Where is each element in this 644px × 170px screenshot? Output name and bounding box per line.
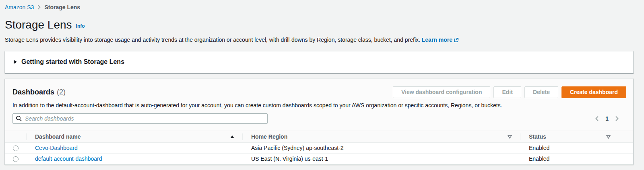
dashboards-description: In addition to the default-account-dashb… [12,102,626,109]
dashboards-count: (2) [57,88,66,96]
dashboard-link[interactable]: Cevo-Dashboard [35,145,78,151]
column-label-dashboard-name: Dashboard name [35,133,81,140]
search-wrap [12,113,268,124]
expand-caret-icon [14,60,17,64]
page-header: Storage Lens Info [5,19,634,31]
table-row: default-account-dashboard US East (N. Vi… [5,154,633,164]
external-link-icon [454,37,459,44]
home-region-cell: Asia Pacific (Sydney) ap-southeast-2 [242,143,520,154]
column-header-dashboard-name[interactable]: Dashboard name [26,131,242,143]
getting-started-expander[interactable]: Getting started with Storage Lens [5,51,634,73]
status-cell: Enabled [520,154,633,164]
column-label-status: Status [529,133,546,140]
view-dashboard-configuration-button[interactable]: View dashboard configuration [393,86,490,98]
status-cell: Enabled [520,143,633,154]
column-header-home-region[interactable]: Home Region [242,131,520,143]
search-icon [16,115,22,123]
column-label-home-region: Home Region [251,133,287,140]
row-radio-button[interactable] [13,145,19,151]
page-description: Storage Lens provides visibility into st… [5,37,634,44]
next-page-button[interactable] [614,115,620,122]
pagination: 1 [594,115,626,122]
column-header-status[interactable]: Status [520,131,633,143]
previous-page-button[interactable] [594,115,600,122]
dashboards-table: Dashboard name Home Region Status [5,131,633,165]
sort-toggle-icon[interactable] [508,135,512,139]
breadcrumb-chevron-icon [37,5,41,10]
delete-button[interactable]: Delete [524,86,558,98]
table-header-row: Dashboard name Home Region Status [5,131,633,143]
sort-toggle-icon[interactable] [606,135,611,139]
learn-more-link[interactable]: Learn more [422,37,452,43]
getting-started-title: Getting started with Storage Lens [21,58,124,66]
storage-lens-page: Amazon S3 Storage Lens Storage Lens Info… [0,0,644,165]
search-dashboards-input[interactable] [12,113,268,124]
table-row: Cevo-Dashboard Asia Pacific (Sydney) ap-… [5,143,633,154]
page-description-text: Storage Lens provides visibility into st… [5,37,420,43]
create-dashboard-button[interactable]: Create dashboard [561,86,626,98]
row-radio-button[interactable] [13,156,19,162]
breadcrumb-amazon-s3[interactable]: Amazon S3 [5,4,34,10]
selection-column-header [5,131,26,143]
breadcrumb: Amazon S3 Storage Lens [5,0,634,10]
page-title: Storage Lens [5,19,72,31]
sort-ascending-icon[interactable] [230,135,234,138]
breadcrumb-storage-lens: Storage Lens [44,4,80,10]
dashboards-panel: Dashboards (2) View dashboard configurat… [5,78,634,165]
info-link[interactable]: Info [76,23,85,29]
dashboards-title-wrap: Dashboards (2) [12,86,66,96]
dashboards-panel-header: Dashboards (2) View dashboard configurat… [5,79,633,131]
home-region-cell: US East (N. Virginia) us-east-1 [242,154,520,164]
dashboards-title: Dashboards [12,88,54,96]
dashboards-actions: View dashboard configuration Edit Delete… [393,86,626,98]
edit-button[interactable]: Edit [493,86,521,98]
current-page-number[interactable]: 1 [605,115,609,122]
dashboard-link[interactable]: default-account-dashboard [35,156,102,162]
